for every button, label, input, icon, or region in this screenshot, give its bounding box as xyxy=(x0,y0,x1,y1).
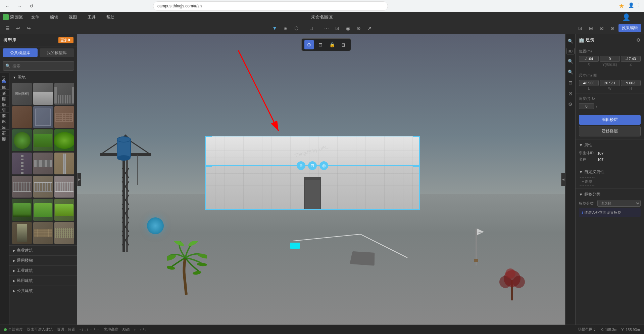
panel-settings-icon[interactable]: ⚙ xyxy=(636,37,641,43)
context-btn-2[interactable]: ⊡ xyxy=(308,161,317,170)
box-tool[interactable]: □ xyxy=(307,24,316,33)
cat-item-public[interactable]: ▶ 公共建筑 xyxy=(9,286,77,296)
vp-search-btn[interactable]: 🔍 xyxy=(566,37,575,45)
undo-button[interactable]: ↩ xyxy=(13,24,23,33)
side-label-room[interactable]: 机房 xyxy=(0,129,9,135)
measure-tool[interactable]: ⋯ xyxy=(322,24,331,33)
export-tool[interactable]: ↗ xyxy=(365,24,374,33)
side-label-life[interactable]: 生活 xyxy=(0,112,9,118)
model-item-2-1[interactable] xyxy=(33,106,53,128)
model-item-5-2[interactable] xyxy=(54,176,74,198)
grid-tool[interactable]: ⊞ xyxy=(281,24,290,33)
size-l-input[interactable] xyxy=(579,80,599,86)
vp-collapse-btn[interactable]: ⊠ xyxy=(566,89,575,97)
side-label-indoor[interactable]: 室内 xyxy=(0,89,9,95)
refresh-button[interactable]: ↺ xyxy=(27,1,36,11)
model-item-5-1[interactable] xyxy=(33,176,53,198)
search-input[interactable] xyxy=(3,61,74,71)
vp-zoom-out-btn[interactable]: 🔍 xyxy=(566,68,575,76)
model-item-4-1[interactable] xyxy=(33,153,53,174)
menu-file[interactable]: 文件 xyxy=(29,13,42,22)
side-label-image[interactable]: 图象 xyxy=(0,141,9,147)
section-header-fence[interactable]: ▼ 围地 xyxy=(9,73,77,82)
cat-item-residential[interactable]: ▶ 民用建筑 xyxy=(9,276,77,286)
redo-button[interactable]: ↪ xyxy=(24,24,34,33)
side-label-effect[interactable]: 效果 xyxy=(0,95,9,101)
vp-fullscreen-btn[interactable]: ⊡ xyxy=(566,79,575,87)
tab-my-models[interactable]: 我的模型库 xyxy=(40,48,75,57)
more-button[interactable]: 更多▶ xyxy=(58,37,73,43)
height-tool[interactable]: ⊛ xyxy=(354,24,363,33)
vp-zoom-in-btn[interactable]: 🔍 xyxy=(566,57,575,65)
model-item-2-2[interactable] xyxy=(54,106,74,128)
tab-public-models[interactable]: 公共模型库 xyxy=(3,48,38,57)
panel-toggle-1[interactable]: ⊡ xyxy=(576,24,585,33)
copy-tool[interactable]: ⊡ xyxy=(333,24,342,33)
side-label-outdoor[interactable]: 室外 xyxy=(0,84,9,89)
model-item-fence-0[interactable]: 围地(无框) xyxy=(12,83,32,105)
cat-item-stairs[interactable]: ▶ 通用楼梯 xyxy=(9,256,77,265)
side-label-transport[interactable]: 交通 xyxy=(0,118,9,124)
edit-floor-button[interactable]: 编辑楼层 xyxy=(579,115,641,125)
cat-item-commercial[interactable]: ▶ 商业建筑 xyxy=(9,246,77,255)
model-item-6-1[interactable] xyxy=(33,199,53,221)
float-btn-delete[interactable]: 🗑 xyxy=(339,40,348,49)
pos-y-input[interactable] xyxy=(600,56,620,62)
pos-x-input[interactable] xyxy=(579,56,599,62)
menu-toggle-button[interactable]: ☰ xyxy=(3,24,12,33)
model-item-4-2[interactable] xyxy=(54,153,74,174)
float-btn-select[interactable]: ⊕ xyxy=(304,40,314,49)
back-button[interactable]: ← xyxy=(3,1,12,11)
menu-tools[interactable]: 工具 xyxy=(85,13,98,22)
model-item-2-0[interactable] xyxy=(12,106,32,128)
model-item-3-1[interactable] xyxy=(33,129,53,151)
side-label-safety[interactable]: 消安 xyxy=(0,124,9,129)
model-item-7-2[interactable] xyxy=(54,222,74,244)
side-label-industry[interactable]: 行业 xyxy=(0,135,9,141)
menu-help[interactable]: 帮助 xyxy=(104,13,117,22)
size-h-input[interactable] xyxy=(621,80,641,86)
vp-settings-btn[interactable]: ⚙ xyxy=(566,100,575,108)
model-item-7-1[interactable] xyxy=(33,222,53,244)
model-item-3-0[interactable] xyxy=(12,129,32,151)
panel-toggle-2[interactable]: ⊞ xyxy=(586,24,596,33)
add-prop-button[interactable]: + 新增 xyxy=(579,177,595,186)
model-item-6-0[interactable] xyxy=(12,199,32,221)
context-btn-1[interactable]: ⊕ xyxy=(297,161,305,170)
model-item-5-0[interactable] xyxy=(12,176,32,198)
context-btn-3[interactable]: ◎ xyxy=(319,161,328,170)
model-item-7-0[interactable] xyxy=(12,222,32,244)
size-w-input[interactable] xyxy=(600,80,620,86)
avatar-icon[interactable]: 👤 xyxy=(622,13,631,21)
model-item-fence-2[interactable] xyxy=(54,83,74,105)
float-btn-copy[interactable]: ⊡ xyxy=(316,40,325,49)
side-label-texture[interactable]: 贴图 xyxy=(0,101,9,107)
tag-select[interactable]: 请选择 xyxy=(597,200,641,207)
menu-view[interactable]: 视图 xyxy=(66,13,80,22)
viewport-left-collapse[interactable]: ▶ xyxy=(77,173,81,186)
density-label[interactable]: 全部密度 xyxy=(8,327,23,332)
address-bar[interactable]: campus.thingjs.com/#/zh xyxy=(153,1,388,11)
float-btn-lock[interactable]: 🔒 xyxy=(327,40,337,49)
menu-edit[interactable]: 编辑 xyxy=(47,13,61,22)
model-item-6-2[interactable] xyxy=(54,199,74,221)
panel-toggle-4[interactable]: ⊛ xyxy=(608,24,617,33)
rotation-y-input[interactable] xyxy=(579,103,594,109)
side-label-biology[interactable]: 生物 xyxy=(0,107,9,112)
forward-button[interactable]: → xyxy=(15,1,24,11)
model-item-fence-1[interactable] xyxy=(33,83,53,105)
move-floor-button[interactable]: 迁移楼层 xyxy=(579,126,641,136)
model-item-3-2[interactable] xyxy=(54,129,74,151)
model-item-4-0[interactable] xyxy=(12,153,32,174)
cat-item-industrial[interactable]: ▶ 工业建筑 xyxy=(9,266,77,276)
vp-3d-btn[interactable]: 3D xyxy=(566,48,575,54)
effect-edit-button[interactable]: 效果编辑 xyxy=(618,24,641,32)
pos-z-input[interactable] xyxy=(621,56,641,62)
terrain-tool[interactable]: ◉ xyxy=(343,24,353,33)
path-tool[interactable]: ⬡ xyxy=(292,24,301,33)
cursor-tool[interactable]: ▼ xyxy=(270,24,280,33)
panel-toggle-3[interactable]: ⊠ xyxy=(597,24,606,33)
side-label-iot[interactable]: IoT xyxy=(0,73,9,84)
viewport-right-collapse[interactable]: ◀ xyxy=(561,173,565,186)
building-3d-container[interactable]: ThingJS by UIN... ⊕ ⊡ ◎ xyxy=(202,136,423,210)
